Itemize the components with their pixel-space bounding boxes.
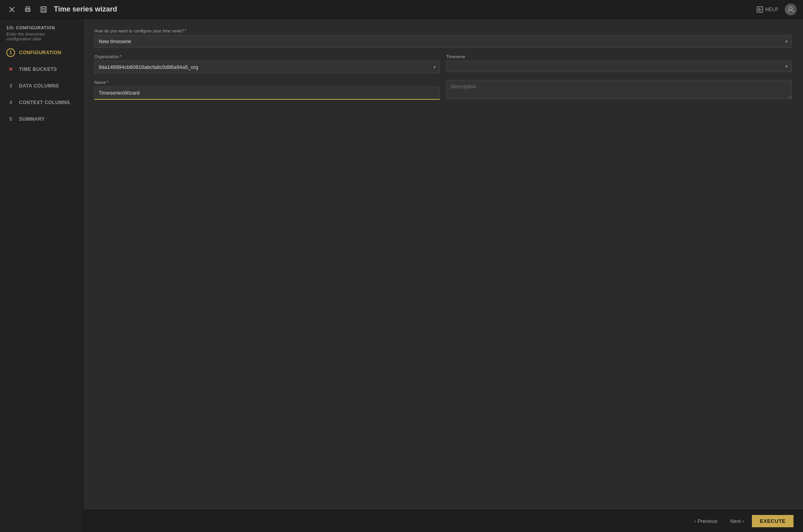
timeserie-label: Timeserie bbox=[446, 54, 792, 59]
sidebar-step-4-num: 4 bbox=[6, 98, 15, 107]
org-select[interactable]: 9da146994cb60816abcfa8c0d86a94a5_org ▾ bbox=[94, 61, 440, 74]
content-scroll: How do you want to configure your time s… bbox=[83, 19, 803, 510]
close-icon[interactable] bbox=[6, 4, 17, 15]
topbar: Time series wizard HELP bbox=[0, 0, 803, 19]
configure-row: How do you want to configure your time s… bbox=[94, 28, 792, 48]
execute-button[interactable]: EXECUTE bbox=[752, 515, 793, 527]
bottom-bar: ‹ Previous Next › EXECUTE bbox=[83, 510, 803, 532]
sidebar-item-time-buckets-label: TIME BUCKETS bbox=[19, 66, 57, 72]
sidebar-item-data-columns[interactable]: 3 DATA COLUMNS bbox=[0, 78, 83, 94]
svg-rect-7 bbox=[42, 10, 45, 12]
sidebar-step-subtitle: Enter the timeseriesconfiguration data bbox=[6, 32, 76, 41]
configure-label: How do you want to configure your time s… bbox=[94, 28, 792, 33]
timeserie-field: Timeserie ▾ bbox=[446, 54, 792, 74]
svg-rect-6 bbox=[42, 7, 45, 9]
sidebar-step-1-num: 1 bbox=[6, 48, 15, 57]
next-arrow-icon: › bbox=[742, 518, 744, 524]
org-timeserie-row: Organization* 9da146994cb60816abcfa8c0d8… bbox=[94, 54, 792, 74]
content-area: How do you want to configure your time s… bbox=[83, 19, 803, 532]
org-label: Organization* bbox=[94, 54, 440, 59]
sidebar-item-configuration-label: CONFIGURATION bbox=[19, 50, 61, 55]
timeserie-select-arrow: ▾ bbox=[786, 64, 788, 68]
description-textarea[interactable] bbox=[446, 80, 792, 99]
org-field: Organization* 9da146994cb60816abcfa8c0d8… bbox=[94, 54, 440, 74]
sidebar-item-summary-label: SUMMARY bbox=[19, 116, 45, 122]
org-select-arrow: ▾ bbox=[434, 65, 436, 69]
description-field bbox=[446, 80, 792, 100]
name-input[interactable] bbox=[94, 86, 440, 100]
sidebar-step-2-num: ✕ bbox=[6, 65, 15, 74]
next-button[interactable]: Next › bbox=[725, 516, 749, 526]
configure-field: How do you want to configure your time s… bbox=[94, 28, 792, 48]
print-icon[interactable] bbox=[22, 4, 33, 15]
configure-value: New timeserie bbox=[99, 38, 131, 44]
help-button[interactable]: HELP bbox=[757, 6, 778, 13]
svg-point-12 bbox=[789, 7, 792, 10]
sidebar-step-3-num: 3 bbox=[6, 82, 15, 90]
topbar-icons bbox=[6, 4, 49, 15]
sidebar-item-context-columns-label: CONTEXT COLUMNS bbox=[19, 100, 70, 105]
topbar-right: HELP bbox=[757, 4, 797, 15]
page-title: Time series wizard bbox=[54, 5, 757, 13]
configure-select-arrow: ▾ bbox=[786, 39, 788, 44]
svg-rect-4 bbox=[26, 10, 29, 11]
prev-arrow-icon: ‹ bbox=[694, 518, 696, 524]
sidebar-step-5-num: 5 bbox=[6, 115, 15, 124]
sidebar-step-label: 1/5: CONFIGURATION bbox=[6, 25, 76, 30]
sidebar-item-summary[interactable]: 5 SUMMARY bbox=[0, 111, 83, 127]
configure-select[interactable]: New timeserie ▾ bbox=[94, 35, 792, 48]
main-layout: 1/5: CONFIGURATION Enter the timeseriesc… bbox=[0, 19, 803, 532]
svg-rect-5 bbox=[41, 7, 46, 12]
sidebar-item-configuration[interactable]: 1 CONFIGURATION bbox=[0, 44, 83, 61]
help-label: HELP bbox=[765, 7, 778, 12]
org-value: 9da146994cb60816abcfa8c0d86a94a5_org bbox=[99, 64, 198, 70]
sidebar-step-header: 1/5: CONFIGURATION Enter the timeseriesc… bbox=[0, 25, 83, 44]
sidebar: 1/5: CONFIGURATION Enter the timeseriesc… bbox=[0, 19, 83, 532]
timeserie-select[interactable]: ▾ bbox=[446, 61, 792, 72]
name-field: Name* bbox=[94, 80, 440, 100]
sidebar-item-data-columns-label: DATA COLUMNS bbox=[19, 83, 59, 89]
previous-button[interactable]: ‹ Previous bbox=[689, 516, 722, 526]
svg-rect-3 bbox=[26, 7, 29, 9]
save-icon[interactable] bbox=[38, 4, 49, 15]
name-desc-row: Name* bbox=[94, 80, 792, 100]
sidebar-item-context-columns[interactable]: 4 CONTEXT COLUMNS bbox=[0, 94, 83, 111]
user-avatar[interactable] bbox=[785, 4, 797, 15]
name-label: Name* bbox=[94, 80, 440, 85]
sidebar-item-time-buckets[interactable]: ✕ TIME BUCKETS bbox=[0, 61, 83, 78]
